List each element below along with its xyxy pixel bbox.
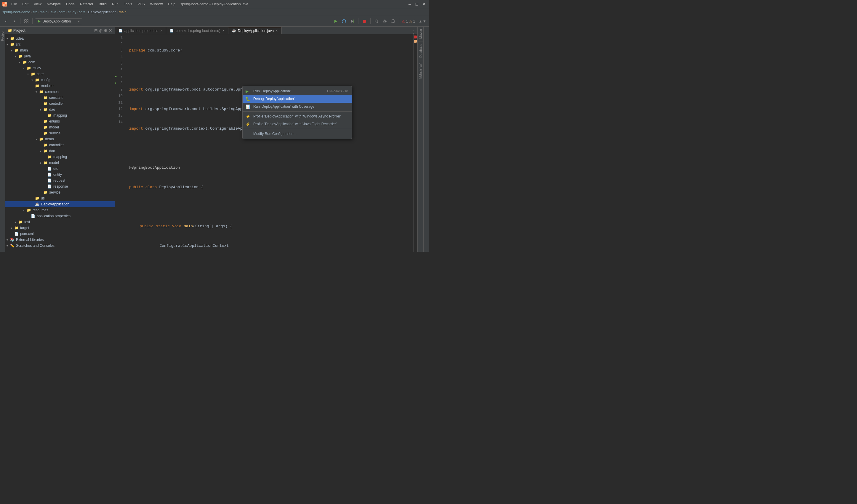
- tree-item-2[interactable]: ▾📁main: [5, 47, 115, 53]
- settings-button[interactable]: [381, 18, 388, 25]
- menu-refactor[interactable]: Refactor: [78, 1, 96, 7]
- minimize-button[interactable]: –: [407, 2, 412, 6]
- tree-item-32[interactable]: ▾📁target: [5, 225, 115, 231]
- tree-item-8[interactable]: 📁modular: [5, 83, 115, 89]
- tree-item-31[interactable]: ▾📁test: [5, 219, 115, 225]
- collapse-all-icon[interactable]: ⊟: [94, 28, 98, 33]
- tab-overflow-button[interactable]: ⋮: [411, 30, 415, 34]
- hide-panel-icon[interactable]: ✕: [109, 28, 112, 33]
- tree-item-23[interactable]: 📄entity: [5, 172, 115, 177]
- gear-icon[interactable]: ⚙: [104, 28, 107, 33]
- tab-application-properties[interactable]: 📄 application.properties ✕: [115, 27, 166, 34]
- menu-window[interactable]: Window: [148, 1, 165, 7]
- menu-tools[interactable]: Tools: [121, 1, 134, 7]
- breadcrumb-method[interactable]: main: [119, 10, 127, 14]
- tree-item-7[interactable]: ▾📁config: [5, 77, 115, 83]
- breadcrumb-core[interactable]: core: [79, 10, 85, 14]
- breadcrumb-com[interactable]: com: [58, 10, 66, 14]
- stop-button[interactable]: [361, 18, 368, 25]
- menu-help[interactable]: Help: [166, 1, 178, 7]
- menu-item-debug[interactable]: 🐛 Debug 'DeployApplication': [242, 95, 352, 103]
- tab-close-icon[interactable]: ✕: [160, 29, 162, 32]
- tree-item-6[interactable]: ▾📁core: [5, 71, 115, 77]
- tab-deploy-application[interactable]: ☕ DeployApplication.java ✕: [229, 27, 282, 34]
- tree-item-17[interactable]: ▾📁demo: [5, 136, 115, 142]
- menu-file[interactable]: File: [9, 1, 19, 7]
- tree-item-18[interactable]: 📁controller: [5, 142, 115, 148]
- menu-run[interactable]: Run: [110, 1, 121, 7]
- tree-item-30[interactable]: 📄application.properties: [5, 213, 115, 219]
- menu-view[interactable]: View: [31, 1, 44, 7]
- menu-code[interactable]: Code: [64, 1, 77, 7]
- tree-item-26[interactable]: 📁service: [5, 189, 115, 195]
- breadcrumb-study[interactable]: study: [68, 10, 77, 14]
- code-editor[interactable]: 1 2 3 4 5 6 7 ▶ 8 ▶ 9 10 11 12 13 14: [115, 34, 417, 252]
- project-structure-button[interactable]: [23, 18, 30, 25]
- tree-item-21[interactable]: ▾📁model: [5, 160, 115, 166]
- tree-item-35[interactable]: ▾✏️Scratches and Consoles: [5, 243, 115, 248]
- database-tab[interactable]: Database: [418, 41, 423, 60]
- tree-icon: 📁: [39, 137, 44, 141]
- menu-item-coverage[interactable]: 📊 Run 'DeployApplication' with Coverage: [242, 103, 352, 110]
- tree-item-28[interactable]: ☕DeployApplication: [5, 201, 115, 207]
- tree-item-5[interactable]: ▾📁study: [5, 65, 115, 71]
- run-gutter-8[interactable]: ▶: [115, 80, 117, 86]
- tree-item-4[interactable]: ▾📁com: [5, 59, 115, 65]
- tree-item-33[interactable]: 📄pom.xml: [5, 231, 115, 237]
- tree-item-16[interactable]: 📁service: [5, 130, 115, 136]
- tree-item-15[interactable]: 📁model: [5, 124, 115, 130]
- maven-tab[interactable]: Maven: [418, 27, 423, 41]
- tree-item-14[interactable]: 📁enums: [5, 118, 115, 124]
- tree-item-19[interactable]: ▾📁dao: [5, 148, 115, 154]
- tab-close-icon[interactable]: ✕: [222, 29, 224, 32]
- tree-item-24[interactable]: 📄request: [5, 177, 115, 184]
- tree-item-3[interactable]: ▾📁java: [5, 53, 115, 59]
- tree-item-10[interactable]: 📁constant: [5, 95, 115, 101]
- close-button[interactable]: ✕: [422, 2, 426, 6]
- tree-item-13[interactable]: 📁mapping: [5, 112, 115, 118]
- breadcrumb-java[interactable]: java: [50, 10, 56, 14]
- menu-edit[interactable]: Edit: [20, 1, 31, 7]
- menu-item-profile-async[interactable]: ⚡ Profile 'DeployApplication' with 'Wind…: [242, 112, 352, 120]
- tree-item-34[interactable]: ▾📚External Libraries: [5, 237, 115, 243]
- tree-item-20[interactable]: 📁mapping: [5, 154, 115, 160]
- tree-item-29[interactable]: ▾📁resources: [5, 207, 115, 213]
- breadcrumb-sep: ›: [48, 10, 49, 14]
- tree-item-22[interactable]: 📄dto: [5, 166, 115, 172]
- menu-item-run[interactable]: ▶ Run 'DeployApplication' Ctrl+Shift+F10: [242, 87, 352, 95]
- menu-build[interactable]: Build: [96, 1, 109, 7]
- mybatis-tab[interactable]: Mybatis(sql): [418, 60, 423, 81]
- forward-button[interactable]: [11, 18, 18, 25]
- tree-item-27[interactable]: 📁util: [5, 195, 115, 201]
- svg-rect-5: [27, 19, 28, 21]
- tree-item-25[interactable]: 📄response: [5, 184, 115, 189]
- tree-item-1[interactable]: ▾📁src: [5, 41, 115, 47]
- menu-item-modify-config[interactable]: Modify Run Configuration...: [242, 130, 352, 138]
- tab-close-icon[interactable]: ✕: [275, 29, 278, 32]
- notifications-button[interactable]: [389, 18, 397, 25]
- tree-item-9[interactable]: ▾📁common: [5, 89, 115, 95]
- breadcrumb-class[interactable]: DeployApplication: [88, 10, 116, 14]
- breadcrumb-main[interactable]: main: [40, 10, 47, 14]
- run-config-selector[interactable]: DeployApplication ▾: [35, 18, 82, 24]
- search-everywhere-button[interactable]: [373, 18, 380, 25]
- breadcrumb-project[interactable]: spring-boot-demo: [2, 10, 30, 14]
- breadcrumb-src[interactable]: src: [33, 10, 37, 14]
- menu-vcs[interactable]: VCS: [135, 1, 147, 7]
- scroll-from-source-icon[interactable]: ◎: [99, 28, 102, 33]
- tab-pom-xml[interactable]: 📄 pom.xml (spring-boot-demo) ✕: [166, 27, 229, 34]
- project-panel-tab[interactable]: Project: [0, 29, 5, 42]
- menu-item-profile-flight[interactable]: ⚡ Profile 'DeployApplication' with 'Java…: [242, 120, 352, 128]
- tree-item-0[interactable]: ▾📁.idea: [5, 35, 115, 41]
- run-gutter-7[interactable]: ▶: [115, 73, 117, 80]
- back-button[interactable]: [2, 18, 10, 25]
- maximize-button[interactable]: □: [415, 2, 419, 6]
- tree-item-12[interactable]: ▾📁dao: [5, 106, 115, 112]
- debug-button[interactable]: [340, 18, 348, 25]
- code-content[interactable]: package com.study.core; import org.sprin…: [127, 34, 413, 252]
- menu-navigate[interactable]: Navigate: [45, 1, 63, 7]
- run-button[interactable]: [332, 18, 339, 25]
- error-count[interactable]: ⚠1 △1: [402, 19, 415, 23]
- tree-item-11[interactable]: 📁controller: [5, 101, 115, 106]
- coverage-button[interactable]: [349, 18, 356, 25]
